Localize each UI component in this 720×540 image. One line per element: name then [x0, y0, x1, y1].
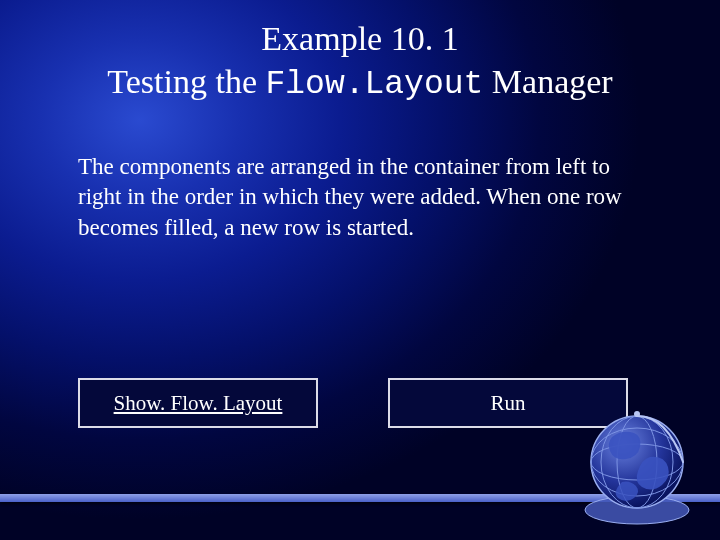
show-flow-layout-label: Show. Flow. Layout — [114, 391, 283, 416]
title-code: Flow.Layout — [265, 66, 483, 103]
title-line-1: Example 10. 1 — [0, 18, 720, 61]
slide: Example 10. 1 Testing the Flow.Layout Ma… — [0, 0, 720, 540]
title-pre: Testing the — [107, 63, 265, 100]
button-row: Show. Flow. Layout Run — [78, 378, 628, 428]
show-flow-layout-button[interactable]: Show. Flow. Layout — [78, 378, 318, 428]
svg-point-7 — [634, 411, 640, 417]
slide-title: Example 10. 1 Testing the Flow.Layout Ma… — [0, 18, 720, 105]
run-label: Run — [490, 391, 525, 416]
title-post: Manager — [483, 63, 612, 100]
globe-icon — [572, 402, 702, 532]
slide-body: The components are arranged in the conta… — [78, 152, 638, 243]
title-line-2: Testing the Flow.Layout Manager — [0, 61, 720, 105]
